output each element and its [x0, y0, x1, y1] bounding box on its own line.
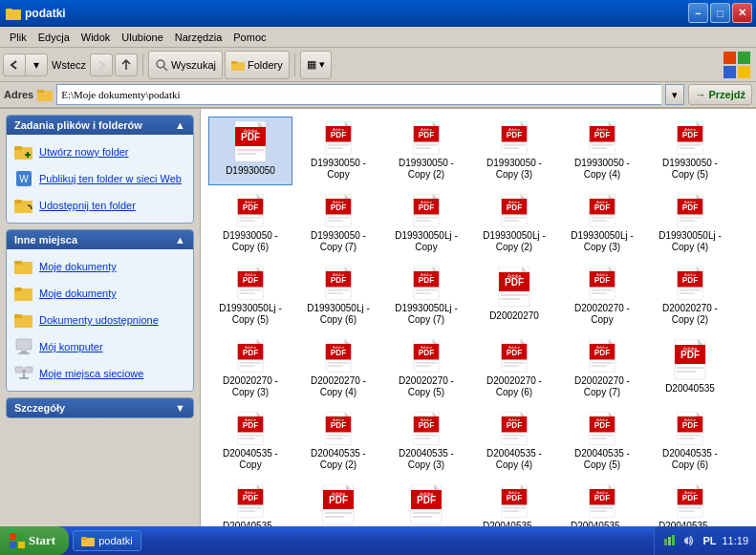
forward-button[interactable]	[90, 53, 113, 76]
file-item[interactable]: AdobePDFD20020270 - Copy	[560, 262, 644, 331]
maximize-button[interactable]: □	[710, 3, 730, 23]
other-header[interactable]: Inne miejsca ▲	[7, 230, 193, 249]
file-item[interactable]: AdobePDFD19930050Lj - Copy (5)	[208, 262, 292, 331]
address-input-wrap[interactable]	[56, 84, 661, 105]
shared-docs-link[interactable]: Dokumenty udostępnione	[12, 309, 187, 331]
svg-text:PDF: PDF	[594, 203, 611, 212]
back-dropdown[interactable]: ▾	[25, 53, 48, 76]
create-folder-link[interactable]: Utwórz nowy folder	[12, 140, 187, 163]
pdf-icon: AdobePDF	[407, 484, 445, 526]
svg-text:PDF: PDF	[243, 421, 259, 430]
file-item[interactable]: AdobePDFD19930050 - Copy (6)	[208, 189, 292, 258]
svg-text:PDF: PDF	[594, 131, 611, 139]
tasks-header[interactable]: Zadania plików i folderów ▲	[7, 116, 193, 135]
menu-tools[interactable]: Narzędzia	[169, 30, 228, 45]
go-button[interactable]: → Przejdź	[688, 84, 752, 105]
menu-favorites[interactable]: Ulubione	[116, 30, 168, 45]
file-name: D20020270 - Copy (7)	[565, 375, 639, 398]
windows-start-icon	[10, 533, 25, 548]
file-item[interactable]: AdobePDFD19930050 - Copy (5)	[648, 117, 732, 185]
file-item[interactable]: AdobePDFD20040535...	[296, 480, 380, 526]
details-header[interactable]: Szczegóły ▼	[7, 398, 193, 417]
file-item[interactable]: AdobePDFD19930050Lj - Copy (2)	[472, 189, 556, 258]
nav-group: ▾	[4, 53, 48, 76]
file-item[interactable]: AdobePDFD19930050	[208, 117, 292, 185]
file-item[interactable]: AdobePDFD20020270 - Copy (2)	[648, 262, 732, 331]
svg-rect-8	[724, 66, 736, 78]
svg-rect-228	[503, 438, 519, 439]
file-item[interactable]: AdobePDFD20040535 - Copy (3)	[384, 407, 468, 476]
file-item[interactable]: AdobePDFD20020270 - Copy (4)	[296, 334, 380, 403]
file-item[interactable]: AdobePDFD19930050Lj - Copy (7)	[384, 262, 468, 331]
publish-link[interactable]: W Publikuj ten folder w sieci Web	[12, 167, 187, 190]
file-item[interactable]: AdobePDFD20020270 - Copy (6)	[472, 334, 556, 403]
svg-rect-185	[503, 362, 525, 364]
file-area[interactable]: AdobePDFD19930050AdobePDFD19930050 - Cop…	[201, 109, 756, 526]
my-docs-link2[interactable]: Moje dokumenty	[12, 282, 187, 305]
file-item[interactable]: AdobePDFD19930050 - Copy	[296, 117, 380, 185]
file-item[interactable]: AdobePDFD20020270 - Copy (7)	[560, 334, 644, 403]
file-item[interactable]: AdobePDFD19930050Lj - Copy (4)	[648, 189, 732, 258]
svg-rect-248	[239, 507, 261, 509]
menu-edit[interactable]: Edycja	[32, 30, 76, 45]
file-item[interactable]: AdobePDFD19930050Lj - Copy (6)	[296, 262, 380, 331]
file-item[interactable]: AdobePDFD20040535... - Copy (3)	[648, 480, 732, 526]
network-link[interactable]: Moje miejsca sieciowe	[12, 362, 187, 385]
up-button[interactable]	[115, 53, 138, 76]
menu-view[interactable]: Widok	[76, 30, 117, 45]
file-item[interactable]: AdobePDFD20020270 - Copy (3)	[208, 334, 292, 403]
svg-rect-241	[679, 435, 701, 437]
menu-file[interactable]: Plik	[4, 30, 32, 45]
svg-rect-269	[503, 507, 525, 509]
pdf-icon: AdobePDF	[495, 412, 533, 448]
file-item[interactable]: AdobePDFD20020270 - Copy (5)	[384, 334, 468, 403]
my-computer-link[interactable]: Mój komputer	[12, 335, 187, 358]
svg-rect-157	[679, 289, 701, 291]
share-link[interactable]: Udostępnij ten folder	[12, 194, 187, 217]
windows-logo	[722, 50, 752, 80]
close-button[interactable]: ✕	[732, 3, 752, 23]
svg-text:PDF: PDF	[243, 494, 259, 502]
minimize-button[interactable]: −	[688, 3, 708, 23]
file-item[interactable]: AdobePDFD20040535...	[384, 480, 468, 526]
file-item[interactable]: AdobePDFD19930050 - Copy (2)	[384, 117, 468, 185]
file-item[interactable]: AdobePDFD20040535 - Copy (6)	[648, 407, 732, 476]
file-name: D20040535 - Copy (2)	[301, 448, 376, 471]
file-item[interactable]: AdobePDFD19930050 - Copy (7)	[296, 189, 380, 258]
pdf-icon: AdobePDF	[231, 194, 270, 230]
svg-rect-200	[677, 371, 696, 373]
file-name: D20040535	[665, 383, 715, 395]
details-header-label: Szczegóły	[14, 402, 65, 414]
file-grid: AdobePDFD19930050AdobePDFD19930050 - Cop…	[208, 117, 748, 526]
address-dropdown[interactable]: ▾	[665, 84, 684, 105]
start-button[interactable]: Start	[0, 526, 69, 555]
file-item[interactable]: AdobePDFD20040535... - Copy (2)	[472, 480, 556, 526]
file-item[interactable]: AdobePDFD20040535 - Copy (4)	[472, 407, 556, 476]
taskbar-podatki[interactable]: podatki	[73, 530, 140, 551]
file-item[interactable]: AdobePDFD19930050 - Copy (4)	[560, 117, 644, 185]
my-docs-link1[interactable]: Moje dokumenty	[12, 255, 187, 278]
svg-rect-101	[503, 217, 525, 219]
file-item[interactable]: AdobePDFD20040535	[648, 334, 732, 403]
address-input[interactable]	[61, 89, 658, 100]
svg-rect-94	[415, 217, 437, 219]
folder-icon	[6, 6, 21, 21]
menu-help[interactable]: Pomoc	[227, 30, 271, 45]
file-item[interactable]: AdobePDFD20040535 - Copy (7)	[208, 480, 292, 526]
search-button[interactable]: Wyszukaj	[148, 51, 223, 79]
view-button[interactable]: ▦ ▾	[300, 51, 332, 79]
file-item[interactable]: AdobePDFD20040535 - Copy	[208, 407, 292, 476]
file-item[interactable]: AdobePDFD20040535 - Copy (5)	[560, 407, 644, 476]
file-item[interactable]: AdobePDFD20020270	[472, 262, 556, 331]
folders-button[interactable]: Foldery	[225, 51, 290, 79]
svg-text:PDF: PDF	[417, 495, 436, 505]
file-item[interactable]: AdobePDFD19930050 - Copy (3)	[472, 117, 556, 185]
file-item[interactable]: AdobePDFD19930050Lj - Copy (3)	[560, 189, 644, 258]
file-item[interactable]: AdobePDFD20040535... - Copy	[560, 480, 644, 526]
file-item[interactable]: AdobePDFD19930050Lj - Copy	[384, 189, 468, 258]
file-item[interactable]: AdobePDFD20040535 - Copy (2)	[296, 407, 380, 476]
tasks-header-label: Zadania plików i folderów	[14, 119, 142, 131]
main-area: Zadania plików i folderów ▲ Utwórz nowy …	[0, 109, 756, 526]
pdf-icon: AdobePDF	[231, 412, 270, 448]
back-button[interactable]	[3, 53, 26, 76]
